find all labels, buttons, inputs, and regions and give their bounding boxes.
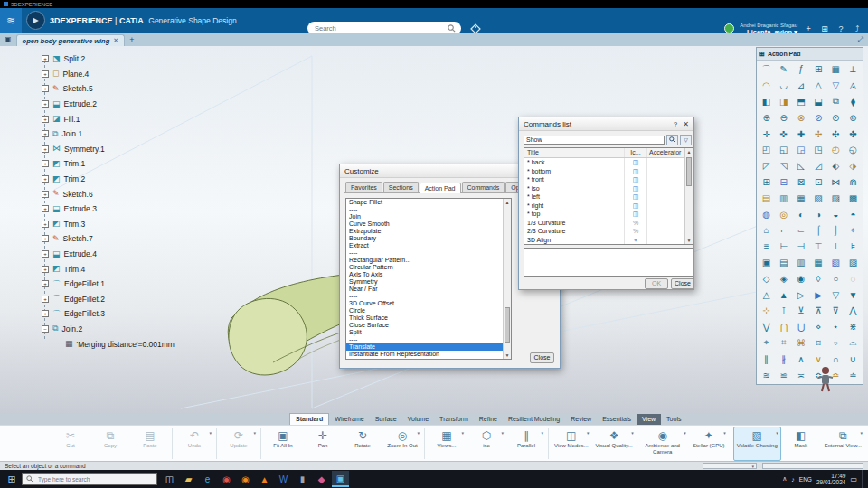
expand-toggle-icon[interactable]: + xyxy=(42,235,49,242)
action-pad-tool-icon[interactable]: ◧ xyxy=(758,94,775,110)
tool-external-view[interactable]: ⧉▾External View... xyxy=(821,427,865,461)
action-pad-tool-icon[interactable]: ⊥ xyxy=(827,239,844,255)
search-icon[interactable] xyxy=(448,24,456,33)
command-row[interactable]: * top◫ xyxy=(524,210,693,219)
action-pad-tool-icon[interactable]: ⌓ xyxy=(844,335,862,352)
action-pad-tool-icon[interactable]: ⊘ xyxy=(809,109,826,126)
status-field-dropdown[interactable]: ▾ xyxy=(703,463,757,469)
command-item[interactable]: ---- xyxy=(346,206,511,213)
close-icon[interactable]: ✕ xyxy=(683,120,689,128)
expand-toggle-icon[interactable]: + xyxy=(42,100,49,108)
command-item[interactable]: Symmetry xyxy=(346,278,511,286)
command-row[interactable]: 2/3 Curvature% xyxy=(524,227,693,236)
scroll-up-icon[interactable]: ▲ xyxy=(504,199,511,206)
compass-icon[interactable]: ▶ xyxy=(26,11,45,30)
expand-toggle-icon[interactable]: + xyxy=(42,296,49,303)
action-pad-tool-icon[interactable]: ƒ xyxy=(792,61,809,78)
action-pad-tool-icon[interactable]: ◈ xyxy=(775,270,792,286)
chrome-icon[interactable]: ◉ xyxy=(218,471,235,487)
action-pad-tool-icon[interactable]: ▨ xyxy=(844,255,862,271)
action-center-icon[interactable]: ▭ xyxy=(850,475,857,483)
action-pad-tool-icon[interactable]: ⊿ xyxy=(792,78,809,94)
terminal-icon[interactable]: ▮ xyxy=(294,471,311,487)
tab-sections[interactable]: Sections xyxy=(383,182,419,192)
action-pad-tool-icon[interactable]: ⌘ xyxy=(792,335,809,352)
share-icon[interactable]: ⤴ xyxy=(852,24,863,33)
tool-stellar-gpu[interactable]: ✦▾Stellar (GPU) xyxy=(689,427,729,461)
action-pad-tool-icon[interactable]: ◹ xyxy=(775,158,792,174)
action-pad-tool-icon[interactable]: ⊼ xyxy=(809,303,826,319)
action-pad-tool-icon[interactable]: ▦ xyxy=(809,255,826,271)
expand-toggle-icon[interactable]: + xyxy=(42,145,49,153)
action-pad-tool-icon[interactable]: ◇ xyxy=(758,270,775,286)
action-pad-tool-icon[interactable]: ⬓ xyxy=(809,94,826,110)
action-pad-tool-icon[interactable]: ○ xyxy=(827,270,844,286)
action-pad-tool-icon[interactable]: ≍ xyxy=(792,367,809,383)
section-tab-view[interactable]: View xyxy=(637,414,661,425)
action-pad-tool-icon[interactable]: ◨ xyxy=(775,94,792,110)
action-pad-tool-icon[interactable]: ⧉ xyxy=(827,94,844,110)
help-icon[interactable]: ? xyxy=(835,24,846,33)
firefox-icon[interactable]: ◉ xyxy=(237,471,254,487)
action-pad-tool-icon[interactable]: ◡ xyxy=(775,78,792,94)
command-row[interactable]: * back◫ xyxy=(524,158,693,167)
tree-item[interactable]: +⌒EdgeFillet.2 xyxy=(42,292,175,307)
command-row[interactable]: 3D Align⌖ xyxy=(524,236,693,245)
action-pad-tool-icon[interactable]: ⟂ xyxy=(844,61,862,78)
action-pad-tool-icon[interactable]: ⬖ xyxy=(827,158,844,174)
action-pad-tool-icon[interactable]: ∪ xyxy=(844,351,862,367)
tree-item[interactable]: +◪Fill.1 xyxy=(42,111,175,127)
tree-item[interactable]: +⬓Extrude.2 xyxy=(42,97,175,112)
action-pad-tool-icon[interactable]: ⧫ xyxy=(844,94,862,110)
section-tab-tools[interactable]: Tools xyxy=(661,414,686,425)
section-tab-transform[interactable]: Transform xyxy=(434,414,474,425)
action-pad-tool-icon[interactable]: ⌒ xyxy=(758,61,775,78)
section-tab-review[interactable]: Review xyxy=(565,414,597,425)
tab-action-pad[interactable]: Action Pad xyxy=(420,183,461,193)
action-pad-tool-icon[interactable]: ⊻ xyxy=(792,303,809,319)
action-pad-tool-icon[interactable]: ▦ xyxy=(792,190,809,206)
action-pad-tool-icon[interactable]: ⊖ xyxy=(775,109,792,126)
tool-update[interactable]: ⟳▾Update xyxy=(219,427,259,461)
action-pad-tool-icon[interactable]: ⊠ xyxy=(792,174,809,191)
tree-child-item[interactable]: ▦'Merging distance'=0.001mm xyxy=(65,336,175,352)
command-item[interactable]: Split xyxy=(346,329,511,336)
action-pad-tool-icon[interactable]: ▩ xyxy=(844,190,862,206)
section-tab-standard[interactable]: Standard xyxy=(289,413,329,425)
command-item[interactable]: Curve Smooth xyxy=(346,221,511,228)
expand-toggle-icon[interactable]: + xyxy=(42,70,49,78)
volume-icon[interactable]: ♪ xyxy=(791,476,795,483)
action-pad-tool-icon[interactable]: ◿ xyxy=(809,158,826,174)
paint-icon[interactable]: ◆ xyxy=(313,471,330,487)
action-pad-tool-icon[interactable]: ∧ xyxy=(792,351,809,367)
action-pad-tool-icon[interactable]: ⊗ xyxy=(792,109,809,126)
command-row[interactable]: 1/3 Curvature% xyxy=(524,219,693,228)
expand-toggle-icon[interactable]: + xyxy=(42,191,49,198)
action-pad-tool-icon[interactable]: ▼ xyxy=(844,286,862,303)
tool-iso[interactable]: ⬡▾iso xyxy=(467,427,506,461)
filter-funnel-icon[interactable]: ▽ xyxy=(680,135,692,145)
action-pad-tool-icon[interactable]: ◠ xyxy=(758,78,775,94)
expand-toggle-icon[interactable]: + xyxy=(42,205,49,212)
document-tab[interactable]: open body generative wing ✕ xyxy=(16,34,126,47)
command-item[interactable]: Rectangular Pattern... xyxy=(346,257,511,264)
commands-dialog-titlebar[interactable]: Commands list ? ✕ xyxy=(519,117,693,131)
commands-close-button[interactable]: Close xyxy=(671,278,694,289)
command-item[interactable]: Close Surface xyxy=(346,322,511,329)
action-pad-tool-icon[interactable]: ≌ xyxy=(775,367,792,383)
action-pad-tool-icon[interactable]: ⊚ xyxy=(844,109,862,126)
tool-copy[interactable]: ⧉Copy xyxy=(90,427,130,461)
ok-button[interactable]: OK xyxy=(645,278,668,289)
action-pad-tool-icon[interactable]: ⋂ xyxy=(775,319,792,335)
tool-fit-all-in[interactable]: ▣Fit All In xyxy=(263,427,303,461)
action-pad-tool-icon[interactable]: ◱ xyxy=(775,142,792,158)
action-pad-tool-icon[interactable]: ⋀ xyxy=(844,303,862,319)
action-pad-tool-icon[interactable]: ⊣ xyxy=(792,239,809,255)
tab-commands[interactable]: Commands xyxy=(462,182,505,192)
filter-search-icon[interactable] xyxy=(666,135,678,145)
section-tab-wireframe[interactable]: Wireframe xyxy=(329,414,369,425)
clock[interactable]: 17:49 29/01/2024 xyxy=(816,473,846,485)
scrollbar-thumb[interactable] xyxy=(505,307,510,343)
tool-views[interactable]: ▦▾Views... xyxy=(427,427,467,461)
action-pad-tool-icon[interactable]: ▤ xyxy=(775,255,792,271)
